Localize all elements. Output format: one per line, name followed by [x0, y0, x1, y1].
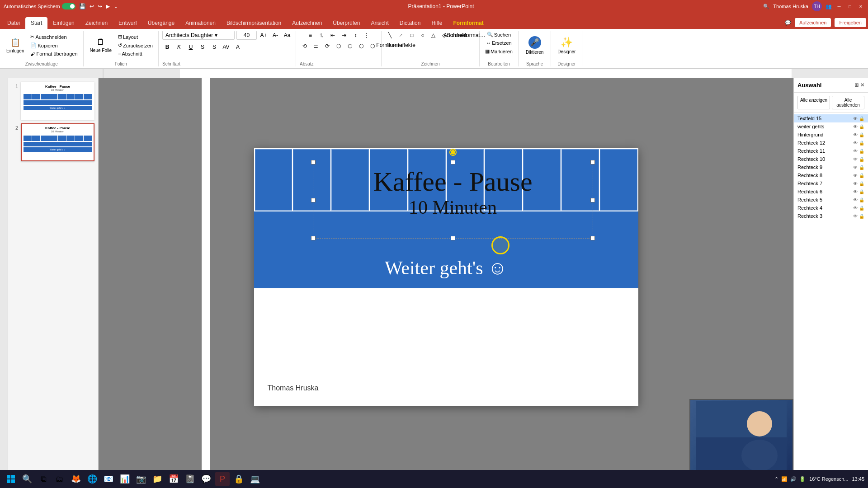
tab-formformat[interactable]: Formformat: [448, 17, 489, 29]
increase-font-button[interactable]: A+: [259, 31, 269, 40]
tray-icons[interactable]: ⌃: [774, 476, 778, 482]
lock-icon-7[interactable]: 🔒: [859, 165, 864, 170]
sel-item-weitergehts[interactable]: weiter gehts 👁 🔒: [794, 122, 868, 131]
visibility-icon-7[interactable]: 👁: [853, 165, 858, 170]
sel-item-rechteck6[interactable]: Rechteck 6 👁 🔒: [794, 188, 868, 196]
shape1[interactable]: ╲: [385, 31, 395, 40]
font-name-dropdown[interactable]: Architects Daughter ▾: [162, 31, 235, 40]
slide-1-preview[interactable]: Kaffee - Pause 10 Minuten: [21, 82, 94, 120]
lock-icon-6[interactable]: 🔒: [859, 157, 864, 162]
designer-button[interactable]: ✨ Designer: [555, 35, 578, 56]
change-case-button[interactable]: Aa: [282, 31, 292, 40]
rotate-handle[interactable]: [449, 149, 457, 156]
lock-icon-4[interactable]: 🔒: [859, 141, 864, 145]
shape3[interactable]: □: [407, 31, 417, 40]
tb-search[interactable]: 🔍: [20, 472, 34, 486]
tab-ueberpruefen[interactable]: Überprüfen: [327, 17, 365, 29]
handle-bottom-left[interactable]: [311, 236, 316, 240]
visibility-icon-2[interactable]: 👁: [853, 124, 858, 129]
freigeben-button[interactable]: Freigeben: [835, 18, 866, 27]
increase-indent-button[interactable]: ⇥: [339, 31, 349, 40]
handle-top-mid[interactable]: [451, 160, 455, 164]
font-size-input[interactable]: 40: [236, 31, 257, 40]
autosave-toggle-pill[interactable]: [62, 3, 75, 9]
kopieren-button[interactable]: 📄 Kopieren: [28, 42, 79, 49]
battery-icon[interactable]: 🔋: [799, 476, 806, 482]
sel-item-rechteck11[interactable]: Rechteck 11 👁 🔒: [794, 147, 868, 155]
sel-item-rechteck3[interactable]: Rechteck 3 👁 🔒: [794, 212, 868, 220]
selected-text-box[interactable]: Kaffee - Pause 10 Minuten: [313, 162, 593, 239]
tb-onenote[interactable]: 📓: [183, 472, 197, 486]
format-ubertragen-button[interactable]: 🖌 Format übertragen: [28, 50, 79, 57]
sel-item-rechteck12[interactable]: Rechteck 12 👁 🔒: [794, 139, 868, 147]
schnellformatvorlagen-button[interactable]: Schnellformat…: [461, 31, 471, 40]
sel-item-rechteck10[interactable]: Rechteck 10 👁 🔒: [794, 155, 868, 163]
lock-icon-5[interactable]: 🔒: [859, 149, 864, 154]
shape2[interactable]: ⟋: [396, 31, 406, 40]
tb-browser[interactable]: 🦊: [69, 472, 83, 486]
lock-icon-2[interactable]: 🔒: [859, 124, 864, 129]
text-align-button[interactable]: ⚌: [311, 42, 321, 51]
tb-powerpoint[interactable]: P: [215, 472, 230, 486]
tb-teams[interactable]: 💬: [199, 472, 213, 486]
tab-bildschirm[interactable]: Bildschirmpräsentation: [221, 17, 287, 29]
lock-icon-10[interactable]: 🔒: [859, 189, 864, 194]
network-icon[interactable]: 📶: [781, 476, 788, 482]
diktieren-button[interactable]: 🎤 Diktieren: [522, 34, 547, 56]
decrease-font-button[interactable]: A-: [270, 31, 280, 40]
suchen-button[interactable]: 🔍 Suchen: [485, 31, 513, 38]
hide-all-button[interactable]: Alle ausblenden: [832, 96, 864, 109]
lock-icon-13[interactable]: 🔒: [859, 214, 864, 219]
close-button[interactable]: ✕: [857, 3, 864, 10]
handle-mid-left[interactable]: [311, 198, 316, 202]
lock-icon-11[interactable]: 🔒: [859, 197, 864, 202]
share-icon[interactable]: 👥: [826, 4, 832, 9]
redo-icon[interactable]: ↪: [97, 2, 103, 10]
align-left-button[interactable]: ⬡: [334, 42, 344, 51]
textshadow-button[interactable]: S: [209, 42, 219, 52]
italic-button[interactable]: K: [174, 42, 184, 52]
tb-chrome[interactable]: 🌐: [85, 472, 99, 486]
maximize-button[interactable]: □: [846, 3, 854, 10]
tb-outlook[interactable]: 📧: [101, 472, 116, 486]
tab-datei[interactable]: Datei: [2, 17, 25, 29]
minimize-button[interactable]: ─: [835, 3, 843, 10]
lock-icon-3[interactable]: 🔒: [859, 132, 864, 137]
slide-canvas[interactable]: Kaffee - Pause 10 Minuten: [254, 148, 638, 406]
visibility-icon-5[interactable]: 👁: [853, 149, 858, 154]
markieren-button[interactable]: ▦ Markieren: [483, 47, 514, 55]
visibility-icon-11[interactable]: 👁: [853, 197, 858, 202]
search-icon[interactable]: 🔍: [763, 4, 769, 9]
lock-icon-12[interactable]: 🔒: [859, 206, 864, 211]
abschnitt-button[interactable]: ≡ Abschnitt: [116, 50, 155, 57]
bold-button[interactable]: B: [162, 42, 172, 52]
tab-aufzeichnen[interactable]: Aufzeichnen: [287, 17, 327, 29]
autosave-toggle[interactable]: Automatisches Speichern: [4, 3, 75, 9]
visibility-icon-4[interactable]: 👁: [853, 141, 858, 145]
show-all-button[interactable]: Alle anzeigen: [797, 96, 830, 109]
zuruecksetzen-button[interactable]: ↺ Zurücksetzen: [116, 42, 155, 49]
einfuegen-button[interactable]: 📋 Einfügen: [4, 36, 27, 55]
tb-files[interactable]: 🗂: [52, 472, 67, 486]
visibility-icon-12[interactable]: 👁: [853, 206, 858, 211]
spacing-button[interactable]: AV: [221, 42, 231, 52]
weather-display[interactable]: 16°C Regensch...: [809, 476, 848, 482]
sel-item-rechteck8[interactable]: Rechteck 8 👁 🔒: [794, 171, 868, 179]
strikethrough-button[interactable]: S: [198, 42, 208, 52]
tb-other2[interactable]: 💻: [248, 472, 262, 486]
font-color-button[interactable]: A: [233, 42, 243, 52]
bullet-list-button[interactable]: ≡: [305, 31, 315, 40]
tab-animationen[interactable]: Animationen: [180, 17, 221, 29]
handle-top-left[interactable]: [311, 160, 316, 164]
ersetzen-button[interactable]: ↔ Ersetzen: [484, 39, 513, 47]
columns-button[interactable]: ⋮: [362, 31, 372, 40]
slide-2-preview[interactable]: Kaffee - Pause 10 Minuten: [21, 123, 94, 161]
handle-bottom-mid[interactable]: [451, 236, 455, 240]
tab-einfuegen[interactable]: Einfügen: [47, 17, 80, 29]
slide-thumb-2[interactable]: 2 Kaffee - Pause 10 Minuten: [12, 123, 94, 161]
comments-icon[interactable]: 💬: [785, 20, 791, 26]
line-spacing-button[interactable]: ↕: [350, 31, 360, 40]
convert-smartart-button[interactable]: ⟳: [322, 42, 332, 51]
handle-top-right[interactable]: [590, 160, 595, 164]
formeffekte-button[interactable]: Formeffekte: [396, 41, 406, 50]
